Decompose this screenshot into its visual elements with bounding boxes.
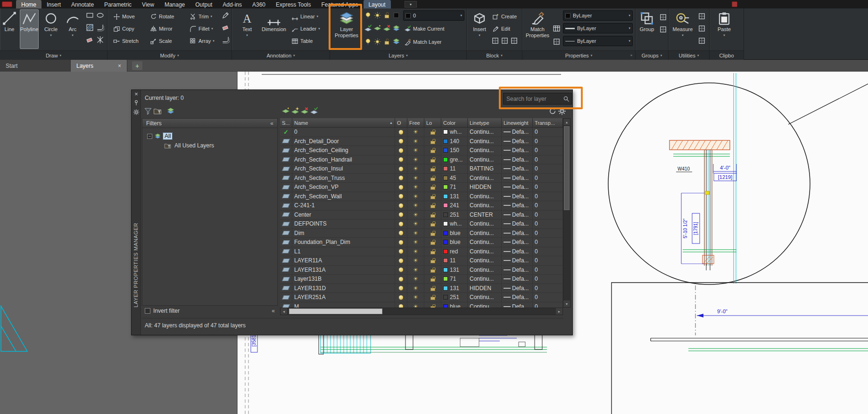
- palette-autohide-button[interactable]: [133, 99, 140, 106]
- layer-linetype[interactable]: CENTER: [468, 211, 502, 219]
- layer-transparency[interactable]: 0: [533, 128, 563, 137]
- layer-lineweight[interactable]: Defa...: [502, 146, 533, 155]
- layer-status-icon[interactable]: [280, 174, 292, 183]
- layer-row[interactable]: Arch_Section_Wall☀131Continu...Defa...0: [280, 192, 563, 202]
- column-header-linetype[interactable]: Linetype: [468, 118, 502, 127]
- column-header-name[interactable]: Name ▲: [292, 118, 395, 127]
- layer-linetype[interactable]: Continu...: [468, 293, 502, 302]
- layer-tool-icon[interactable]: [373, 24, 381, 32]
- layer-linetype[interactable]: Continu...: [468, 201, 502, 210]
- layer-isolate-icon[interactable]: [373, 11, 381, 19]
- ribbon-tab-insert[interactable]: Insert: [41, 0, 66, 8]
- scroll-down-icon[interactable]: ▼: [563, 300, 570, 307]
- layer-lock-icon[interactable]: [424, 128, 441, 137]
- layer-color[interactable]: red: [441, 247, 468, 256]
- measure-button[interactable]: Measure ▾: [670, 9, 695, 49]
- layer-linetype[interactable]: HIDDEN: [468, 183, 502, 192]
- layer-name[interactable]: M...: [292, 302, 395, 308]
- set-current-layer-button[interactable]: [310, 107, 318, 115]
- make-current-button[interactable]: Make Current: [403, 24, 464, 34]
- ribbon-options-button[interactable]: ▾: [405, 1, 417, 8]
- refresh-icon[interactable]: [548, 107, 557, 115]
- array-button[interactable]: Array ▾: [189, 36, 222, 46]
- layer-states-manager-button[interactable]: [166, 107, 175, 115]
- layer-tool-icon[interactable]: [373, 38, 381, 46]
- layer-freeze-icon[interactable]: ☀: [407, 256, 424, 265]
- layer-select-dropdown[interactable]: 0 ▾: [403, 10, 464, 21]
- layer-row[interactable]: ✓0☀wh...Continu...Defa...0: [280, 128, 563, 137]
- layer-on-icon[interactable]: [395, 183, 407, 192]
- layer-transparency[interactable]: 0: [533, 137, 563, 146]
- layer-freeze-icon[interactable]: ☀: [407, 164, 424, 173]
- layer-row[interactable]: LAYER131D☀131HIDDENDefa...0: [280, 284, 563, 293]
- layer-freeze-icon[interactable]: ☀: [407, 137, 424, 146]
- layer-row[interactable]: Foundation_Plan_Dim☀blueContinu...Defa..…: [280, 238, 563, 247]
- layer-linetype[interactable]: Continu...: [468, 266, 502, 275]
- quick-calc-icon[interactable]: [698, 24, 706, 32]
- layer-tool-icon[interactable]: [392, 24, 400, 32]
- layer-properties-button[interactable]: Layer Properties: [332, 9, 361, 49]
- layer-row[interactable]: Arch_Section_VP☀71HIDDENDefa...0: [280, 183, 563, 192]
- ribbon-tab-a360[interactable]: A360: [247, 0, 271, 8]
- layer-lineweight[interactable]: Defa...: [502, 164, 533, 173]
- text-button[interactable]: A Text ▾: [237, 9, 257, 49]
- layer-lock-icon[interactable]: [424, 155, 441, 164]
- layer-row[interactable]: Center☀251CENTERDefa...0: [280, 211, 563, 220]
- filter-item-all-used[interactable]: All Used Layers: [164, 141, 215, 150]
- layer-freeze-icon[interactable]: ☀: [407, 247, 424, 256]
- current-layer-check-icon[interactable]: ✓: [280, 128, 292, 137]
- layer-color[interactable]: wh...: [441, 128, 468, 137]
- line-button[interactable]: Line: [1, 9, 18, 49]
- layer-row[interactable]: L1☀redContinu...Defa...0: [280, 247, 563, 257]
- layer-freeze-icon[interactable]: ☀: [407, 238, 424, 247]
- column-header-status[interactable]: S...: [280, 118, 292, 127]
- layer-color[interactable]: 131: [441, 284, 468, 293]
- layer-status-icon[interactable]: [280, 192, 292, 201]
- panel-label-layers[interactable]: Layers ▾: [330, 50, 466, 60]
- layer-lineweight[interactable]: Defa...: [502, 174, 533, 183]
- paste-button[interactable]: Paste ▾: [713, 9, 735, 49]
- layer-color[interactable]: 71: [441, 183, 468, 192]
- layer-row[interactable]: LAYER131A☀131Continu...Defa...0: [280, 266, 563, 275]
- panel-label-modify[interactable]: Modify ▾: [107, 50, 231, 60]
- block-extra-tool-icon[interactable]: [510, 37, 518, 45]
- collapse-invert-icon[interactable]: «: [272, 308, 275, 314]
- layer-lineweight[interactable]: Defa...: [502, 201, 533, 210]
- leader-button[interactable]: Leader ▾: [290, 24, 327, 34]
- scale-button[interactable]: Scale: [149, 36, 187, 46]
- edit-block-button[interactable]: Edit: [491, 24, 521, 34]
- panel-label-groups[interactable]: Groups ▾: [636, 50, 668, 60]
- vertical-scrollbar[interactable]: ▲ ▼: [563, 118, 570, 308]
- layer-on-icon[interactable]: [395, 219, 407, 228]
- layer-name[interactable]: Arch_Section_Wall: [292, 192, 395, 201]
- notification-icon[interactable]: [732, 1, 737, 7]
- ribbon-tab-express-tools[interactable]: Express Tools: [271, 0, 316, 8]
- ribbon-tab-add-ins[interactable]: Add-ins: [217, 0, 247, 8]
- layer-transparency[interactable]: 0: [533, 275, 563, 284]
- scroll-up-icon[interactable]: ▲: [563, 119, 570, 125]
- layer-name[interactable]: Arch_Section_Insul: [292, 164, 395, 173]
- new-group-filter-button[interactable]: [153, 107, 162, 115]
- layer-on-icon[interactable]: [395, 128, 407, 137]
- layer-lock-icon[interactable]: [424, 211, 441, 219]
- layer-color[interactable]: 140: [441, 137, 468, 146]
- layer-color[interactable]: blue: [441, 238, 468, 247]
- column-header-lineweight[interactable]: Lineweight: [502, 118, 533, 127]
- explode-tool-icon[interactable]: [96, 36, 104, 44]
- layer-on-icon[interactable]: [395, 302, 407, 308]
- layer-lock-icon[interactable]: [424, 247, 441, 256]
- offset-tool-icon[interactable]: [96, 24, 104, 32]
- layer-lineweight[interactable]: Defa...: [502, 284, 533, 293]
- layer-linetype[interactable]: Continu...: [468, 192, 502, 201]
- layer-lock-icon[interactable]: [424, 266, 441, 275]
- insert-block-button[interactable]: Insert ▾: [470, 9, 489, 49]
- layer-row[interactable]: Dim☀blueContinu...Defa...0: [280, 229, 563, 238]
- layer-status-icon[interactable]: [280, 211, 292, 219]
- layer-freeze-icon[interactable]: ☀: [407, 201, 424, 210]
- arc-button[interactable]: Arc ▾: [63, 9, 82, 49]
- settings-gear-icon[interactable]: [558, 107, 566, 115]
- modify-extra-tool-icon[interactable]: [222, 24, 230, 32]
- layer-color[interactable]: wh...: [441, 219, 468, 228]
- layer-color[interactable]: 45: [441, 174, 468, 183]
- linetype-dropdown[interactable]: ByLayer ▾: [563, 36, 633, 46]
